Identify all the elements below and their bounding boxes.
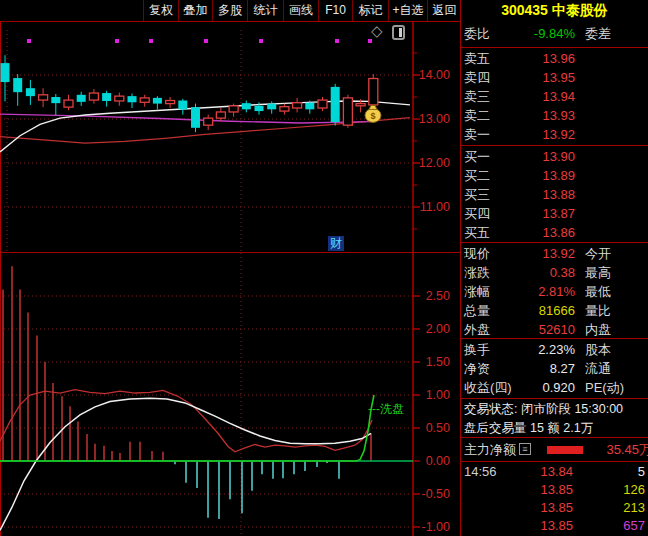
svg-text:13.00: 13.00 — [419, 112, 450, 126]
ask-price: 13.94 — [542, 87, 575, 106]
main-net-value: 35.45万 — [606, 440, 648, 459]
detail-list-icon[interactable]: ≡ — [519, 443, 531, 455]
money-bag-icon: $ — [365, 105, 381, 122]
toolbar-button-biaoji[interactable]: 标记 — [352, 0, 388, 21]
toolbar-button-f10[interactable]: F10 — [318, 0, 352, 21]
quote-row-turnover: 换手2.23%股本 — [461, 340, 648, 359]
toolbar-button-huaxian[interactable]: 画线 — [283, 0, 318, 21]
ask-row-3[interactable]: 卖三13.94 — [461, 87, 648, 106]
bid-price: 13.88 — [542, 185, 575, 204]
weibi-label: 委比 — [464, 24, 490, 43]
svg-text:-0.50: -0.50 — [422, 487, 451, 501]
bid-price: 13.86 — [542, 223, 575, 242]
ask-price: 13.95 — [542, 68, 575, 87]
tick-row[interactable]: 13.85213 — [461, 499, 648, 516]
bid-price: 13.87 — [542, 204, 575, 223]
svg-text:0.00: 0.00 — [426, 454, 450, 468]
quote-row-pct: 涨幅2.81%最低 — [461, 282, 648, 301]
ask-price: 13.93 — [542, 106, 575, 125]
svg-text:1.00: 1.00 — [426, 388, 450, 402]
svg-text:1.50: 1.50 — [426, 355, 450, 369]
tick-row[interactable]: 13.85126 — [461, 481, 648, 498]
bid-row-2[interactable]: 买二13.89 — [461, 166, 648, 185]
main-net-bar — [547, 446, 583, 454]
trade-status: 交易状态: 闭市阶段 15:30:00 — [464, 400, 648, 419]
ask-row-1[interactable]: 卖一13.92 — [461, 125, 648, 144]
quote-row-price: 现价13.92今开 — [461, 244, 648, 263]
bid-row-3[interactable]: 买三13.88 — [461, 185, 648, 204]
ask-price: 13.92 — [542, 125, 575, 144]
toolbar-button-fuquan[interactable]: 复权 — [143, 0, 178, 21]
bid-price: 13.90 — [542, 147, 575, 166]
weibi-value: -9.84% — [534, 24, 575, 43]
svg-text:$: $ — [370, 111, 375, 121]
finance-badge[interactable]: 财 — [328, 236, 344, 251]
indicator-chart[interactable]: 2.502.001.501.000.500.00-0.50-1.00 — [0, 253, 460, 536]
svg-text:-1.00: -1.00 — [422, 520, 451, 534]
kline-chart[interactable]: 14.0013.0012.0011.00$ — [0, 22, 460, 253]
svg-text:12.00: 12.00 — [419, 156, 450, 170]
svg-text:2.50: 2.50 — [426, 289, 450, 303]
svg-text:2.00: 2.00 — [426, 322, 450, 336]
bid-row-4[interactable]: 买四13.87 — [461, 204, 648, 223]
quote-row-eps: 收益(四)0.920PE(动) — [461, 378, 648, 397]
quote-row-volume: 总量81666量比 — [461, 301, 648, 320]
bid-row-1[interactable]: 买一13.90 — [461, 147, 648, 166]
toolbar-button-duogu[interactable]: 多股 — [212, 0, 247, 21]
weicha-label: 委差 — [585, 24, 611, 43]
tick-row[interactable]: 13.85657 — [461, 517, 648, 534]
xipan-annotation: ---洗盘 — [368, 401, 404, 418]
bid-price: 13.89 — [542, 166, 575, 185]
svg-text:11.00: 11.00 — [420, 200, 450, 214]
trading-terminal: 复权 叠加 多股 统计 画线 F10 标记 +自选 返回 ◇ 14.0013.0… — [0, 0, 648, 536]
ask-row-5[interactable]: 卖五13.96 — [461, 49, 648, 68]
ask-row-4[interactable]: 卖四13.95 — [461, 68, 648, 87]
ask-price: 13.96 — [542, 49, 575, 68]
bid-row-5[interactable]: 买五13.86 — [461, 223, 648, 242]
quote-row-nav: 净资8.27流通 — [461, 359, 648, 378]
toolbar-button-tongji[interactable]: 统计 — [247, 0, 283, 21]
weibi-row: 委比 -9.84% 委差 — [461, 24, 648, 43]
tick-row[interactable]: 14:5613.845 — [461, 463, 648, 480]
main-net-row[interactable]: 主力净额 ≡ 35.45万 — [461, 440, 648, 459]
main-net-label: 主力净额 — [464, 440, 516, 459]
quote-row-change: 涨跌0.38最高 — [461, 263, 648, 282]
toolbar-button-diejia[interactable]: 叠加 — [178, 0, 212, 21]
ask-row-2[interactable]: 卖二13.93 — [461, 106, 648, 125]
toolbar-button-zixuan[interactable]: +自选 — [388, 0, 427, 21]
stock-title: 300435 中泰股份 — [461, 0, 648, 21]
toolbar-button-fanhui[interactable]: 返回 — [427, 0, 462, 21]
svg-text:14.00: 14.00 — [419, 68, 450, 82]
afterhours-volume: 盘后交易量 15 额 2.1万 — [464, 419, 648, 438]
quote-row-outer: 外盘52610内盘 — [461, 320, 648, 339]
svg-text:0.50: 0.50 — [426, 421, 450, 435]
quote-panel: 300435 中泰股份 委比 -9.84% 委差 卖五13.96 卖四13.95… — [461, 0, 648, 536]
